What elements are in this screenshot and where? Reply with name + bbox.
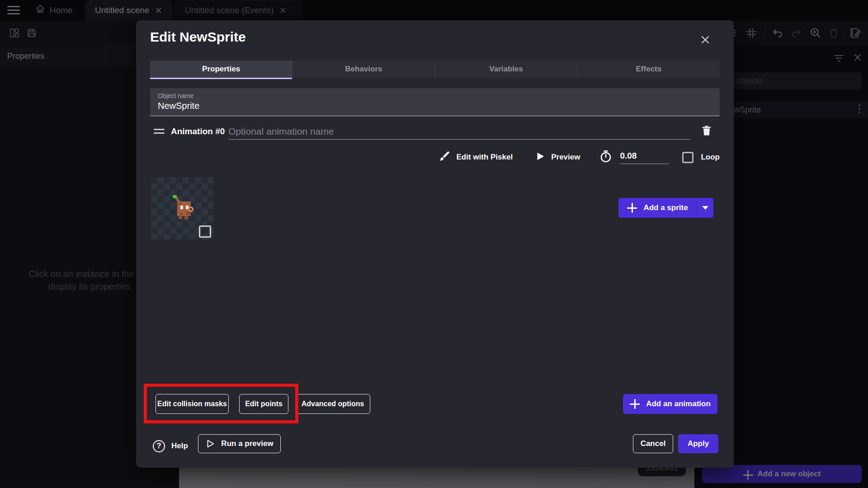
preview-animation-button[interactable]: Preview bbox=[535, 151, 580, 164]
add-animation-button[interactable]: Add an animation bbox=[623, 394, 717, 414]
sprite-frame-thumbnail[interactable] bbox=[151, 177, 213, 239]
stopwatch-icon bbox=[599, 150, 613, 165]
frame-select-checkbox[interactable] bbox=[199, 225, 211, 238]
animation-row: Animation #0 bbox=[150, 123, 720, 141]
cancel-button[interactable]: Cancel bbox=[633, 434, 673, 453]
run-preview-button[interactable]: Run a preview bbox=[198, 434, 281, 453]
edit-with-piskel-button[interactable]: Edit with Piskel bbox=[439, 150, 513, 164]
tab-behaviors[interactable]: Behaviors bbox=[292, 61, 434, 78]
delete-animation-icon[interactable] bbox=[700, 124, 714, 138]
time-between-frames-input[interactable] bbox=[620, 151, 669, 164]
time-between-frames-box bbox=[620, 151, 669, 164]
edit-points-button[interactable]: Edit points bbox=[239, 394, 288, 414]
add-sprite-dropdown[interactable] bbox=[697, 198, 713, 218]
play-outline-icon bbox=[205, 439, 215, 449]
dialog-close-icon[interactable] bbox=[699, 34, 712, 47]
object-name-field: Object name bbox=[150, 88, 720, 116]
dialog-title: Edit NewSprite bbox=[150, 29, 246, 45]
dialog-tabs: Properties Behaviors Variables Effects bbox=[150, 61, 720, 78]
plus-icon bbox=[627, 203, 637, 213]
chevron-down-icon bbox=[702, 206, 708, 210]
help-button[interactable]: ? Help bbox=[153, 436, 188, 455]
play-icon bbox=[535, 151, 545, 164]
drag-handle-icon[interactable] bbox=[154, 129, 165, 136]
object-name-field-label: Object name bbox=[158, 92, 720, 99]
animation-tools-row: Edit with Piskel Preview Loop bbox=[150, 148, 720, 166]
loop-label: Loop bbox=[701, 153, 720, 162]
help-icon: ? bbox=[153, 440, 165, 452]
tab-effects[interactable]: Effects bbox=[577, 61, 720, 78]
advanced-options-button[interactable]: Advanced options bbox=[295, 394, 370, 414]
edit-collision-masks-button[interactable]: Edit collision masks bbox=[156, 394, 229, 414]
loop-checkbox[interactable] bbox=[682, 152, 693, 163]
edit-sprite-dialog: Edit NewSprite Properties Behaviors Vari… bbox=[136, 20, 734, 468]
brush-icon bbox=[439, 150, 450, 164]
animation-name-box bbox=[228, 123, 690, 140]
tab-variables[interactable]: Variables bbox=[435, 61, 577, 78]
pixel-sprite-image bbox=[166, 194, 195, 223]
object-name-input[interactable] bbox=[158, 101, 700, 111]
gdevelop-app: Home Untitled scene Untitled scene (Even… bbox=[0, 0, 868, 488]
tab-properties[interactable]: Properties bbox=[150, 61, 292, 78]
add-sprite-button[interactable]: Add a sprite bbox=[618, 198, 713, 218]
animation-label: Animation #0 bbox=[171, 127, 225, 136]
apply-button[interactable]: Apply bbox=[678, 434, 718, 453]
plus-icon bbox=[630, 399, 640, 409]
animation-name-input[interactable] bbox=[228, 123, 690, 139]
